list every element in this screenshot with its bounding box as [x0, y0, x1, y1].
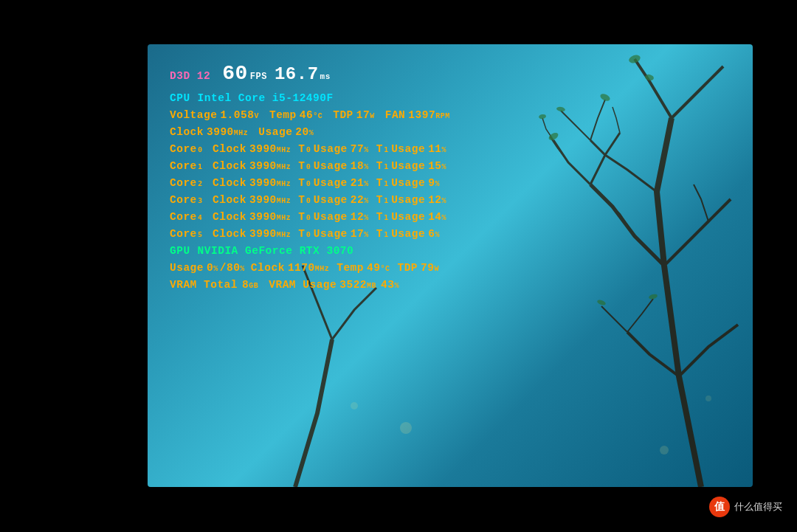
core-t0-usage-val-3: 22: [351, 193, 364, 208]
gpu-clock-value: 1170: [288, 260, 315, 276]
clock-overall-row: Clock 3990 MHz Usage 20 %: [170, 125, 450, 140]
core-t0-usage-val-0: 77: [351, 142, 364, 157]
core-clock-val-1: 3990: [249, 159, 277, 174]
gpu-label: GPU: [170, 243, 190, 259]
core-t1-usage-label-2: Usage: [391, 176, 425, 191]
fps-unit: FPS: [250, 71, 267, 83]
core-row-0: Core₀ Clock 3990 MHz T₀ Usage 77 % T₁ Us…: [170, 142, 450, 157]
core-t1-label-1: T₁: [376, 159, 390, 174]
gpu-tdp-label: TDP: [397, 260, 418, 276]
gpu-usage-value: 0: [207, 260, 213, 276]
watermark: 值 什么值得买: [709, 497, 782, 517]
voltage-row: Voltage 1.058 V Temp 46 °C TDP 17 W FAN …: [170, 108, 450, 123]
core-clock-val-4: 3990: [249, 210, 277, 225]
ms-unit: ms: [320, 72, 331, 83]
d3d-version: 12: [190, 69, 211, 84]
cpu-name: Intel Core i5-12490F: [198, 91, 334, 106]
core-clock-val-0: 3990: [249, 142, 277, 157]
clock-value-main: 3990: [207, 125, 234, 140]
core-t1-usage-label-5: Usage: [391, 227, 425, 242]
core-t1-usage-label-0: Usage: [391, 142, 425, 157]
gpu-stats-row: Usage 0 % / 80 % Clock 1170 MHz Temp 49 …: [170, 260, 450, 276]
temp-unit: °C: [313, 111, 322, 122]
core-name-2: Core₂: [170, 176, 213, 191]
d3d-label: D3D: [170, 69, 190, 84]
core-name-4: Core₄: [170, 210, 213, 225]
gpu-name: NVIDIA GeForce RTX 3070: [198, 243, 354, 259]
usage-label-main: Usage: [258, 125, 292, 140]
core-t0-usage-val-5: 17: [351, 227, 364, 242]
fps-value: 60: [222, 59, 248, 89]
core-clock-label-5: Clock: [213, 227, 246, 242]
usage-unit-main: %: [309, 128, 314, 139]
core-name-3: Core₃: [170, 193, 213, 208]
core-t0-label-5: T₀: [298, 227, 311, 242]
fan-label: FAN: [385, 108, 406, 123]
core-t0-usage-label-3: Usage: [314, 193, 348, 208]
core-clock-label-0: Clock: [213, 142, 246, 157]
watermark-icon: 值: [709, 497, 730, 517]
fan-value: 1397: [408, 108, 435, 123]
core-t0-label-0: T₀: [298, 142, 311, 157]
core-t0-label-3: T₀: [298, 193, 311, 208]
gpu-usage2-value: 80: [227, 260, 240, 276]
core-t0-usage-val-2: 21: [351, 176, 364, 191]
core-t1-label-5: T₁: [376, 227, 390, 242]
svg-point-0: [628, 54, 641, 65]
svg-point-11: [705, 395, 711, 401]
fan-unit: RPM: [435, 111, 450, 122]
core-row-5: Core₅ Clock 3990 MHz T₀ Usage 17 % T₁ Us…: [170, 227, 450, 242]
vram-total-value: 8: [242, 277, 249, 293]
core-t0-usage-label-4: Usage: [314, 210, 348, 225]
vram-row: VRAM Total 8 GB VRAM Usage 3522 MB 43 %: [170, 277, 450, 293]
vram-usage-value: 3522: [339, 277, 367, 293]
core-clock-val-5: 3990: [249, 227, 277, 242]
core-t0-usage-label-2: Usage: [314, 176, 348, 191]
svg-point-3: [556, 106, 566, 112]
core-row-4: Core₄ Clock 3990 MHz T₀ Usage 12 % T₁ Us…: [170, 210, 450, 225]
core-clock-label-4: Clock: [213, 210, 246, 225]
core-clock-val-3: 3990: [249, 193, 277, 208]
core-t0-label-2: T₀: [298, 176, 311, 191]
gpu-clock-label: Clock: [251, 260, 285, 276]
core-name-0: Core₀: [170, 142, 213, 157]
svg-point-5: [539, 114, 547, 120]
core-t1-usage-label-4: Usage: [391, 210, 425, 225]
core-t1-label-3: T₁: [376, 193, 390, 208]
gpu-temp-label: Temp: [337, 260, 364, 276]
core-name-1: Core₁: [170, 159, 213, 174]
svg-point-9: [351, 402, 358, 410]
core-t0-label-1: T₀: [298, 159, 311, 174]
voltage-label: Voltage: [170, 108, 217, 123]
clock-label-main: Clock: [170, 125, 204, 140]
temp-value: 46: [300, 108, 313, 123]
gpu-name-row: GPU NVIDIA GeForce RTX 3070: [170, 243, 450, 259]
core-t0-usage-val-4: 12: [351, 210, 364, 225]
core-t0-usage-label-5: Usage: [314, 227, 348, 242]
gpu-usage-label: Usage: [170, 260, 204, 276]
overlay-panel: D3D 12 60 FPS 16.7 ms CPU Intel Core i5-…: [170, 59, 450, 294]
vram-total-label: VRAM Total: [170, 277, 238, 293]
vram-usage-pct: 43: [381, 277, 394, 293]
gpu-tdp-value: 79: [421, 260, 434, 276]
tdp-value: 17: [356, 108, 370, 123]
temp-label: Temp: [269, 108, 297, 123]
core-t1-usage-val-4: 14: [428, 210, 441, 225]
core-t0-usage-label-0: Usage: [314, 142, 348, 157]
tdp-unit: W: [370, 111, 375, 122]
core-t1-label-2: T₁: [376, 176, 390, 191]
core-t1-usage-val-3: 12: [428, 193, 441, 208]
core-t1-usage-label-1: Usage: [391, 159, 425, 174]
core-row-2: Core₂ Clock 3990 MHz T₀ Usage 21 % T₁ Us…: [170, 176, 450, 191]
core-t1-usage-label-3: Usage: [391, 193, 425, 208]
core-t0-usage-label-1: Usage: [314, 159, 348, 174]
core-clock-val-2: 3990: [249, 176, 277, 191]
core-t0-label-4: T₀: [298, 210, 311, 225]
core-row-3: Core₃ Clock 3990 MHz T₀ Usage 22 % T₁ Us…: [170, 193, 450, 208]
core-row-1: Core₁ Clock 3990 MHz T₀ Usage 18 % T₁ Us…: [170, 159, 450, 174]
voltage-unit: V: [254, 111, 259, 122]
core-name-5: Core₅: [170, 227, 213, 242]
core-clock-label-1: Clock: [213, 159, 246, 174]
core-t1-usage-val-0: 11: [428, 142, 441, 157]
core-t1-label-4: T₁: [376, 210, 390, 225]
